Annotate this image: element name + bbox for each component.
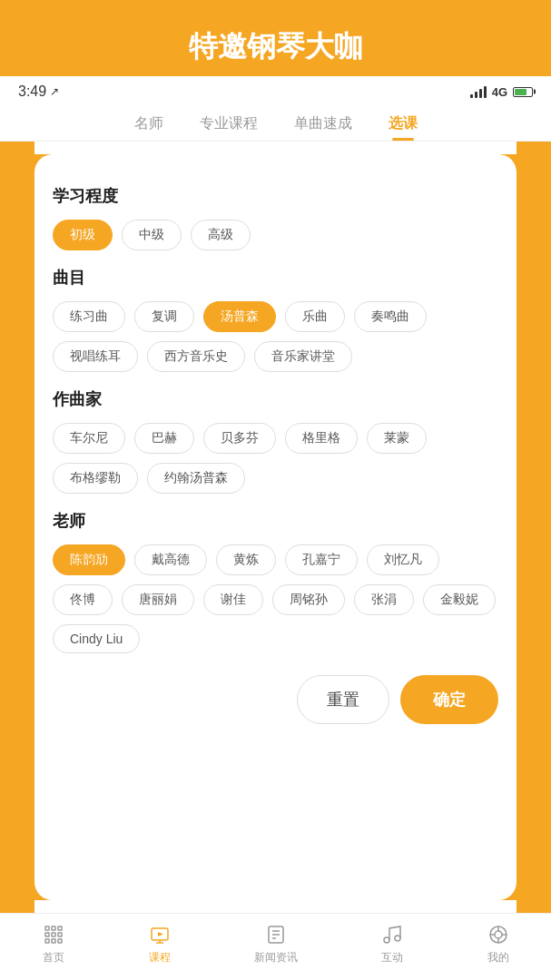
interact-icon — [380, 923, 404, 946]
chip-composer-4[interactable]: 莱蒙 — [367, 423, 427, 454]
reset-button[interactable]: 重置 — [297, 675, 389, 724]
chip-teacher-10[interactable]: 金毅妮 — [423, 584, 496, 615]
music-chips: 练习曲 复调 汤普森 乐曲 奏鸣曲 视唱练耳 西方音乐史 音乐家讲堂 — [53, 301, 498, 372]
chip-music-0[interactable]: 练习曲 — [53, 301, 125, 332]
course-icon — [148, 923, 172, 946]
teacher-section: 老师 陈韵劢 戴高德 黄炼 孔嘉宁 刘忆凡 佟博 唐丽娟 谢佳 周铭孙 张涓 金… — [53, 510, 498, 653]
interact-label: 互动 — [381, 950, 403, 965]
action-row: 重置 确定 — [53, 675, 498, 733]
tab-single-song[interactable]: 单曲速成 — [276, 107, 370, 141]
level-chips: 初级 中级 高级 — [53, 220, 498, 250]
svg-rect-4 — [52, 939, 55, 943]
bottom-nav-news[interactable]: 新闻资讯 — [254, 923, 298, 965]
composer-section-title: 作曲家 — [53, 388, 498, 410]
chip-composer-3[interactable]: 格里格 — [285, 423, 358, 454]
chip-level-1[interactable]: 中级 — [122, 220, 182, 250]
tab-famous-teacher[interactable]: 名师 — [116, 107, 182, 141]
music-section: 曲目 练习曲 复调 汤普森 乐曲 奏鸣曲 视唱练耳 西方音乐史 音乐家讲堂 — [53, 267, 498, 372]
battery-icon — [513, 87, 533, 97]
composer-chips: 车尔尼 巴赫 贝多芬 格里格 莱蒙 布格缪勒 约翰汤普森 — [53, 423, 498, 494]
home-icon — [42, 923, 65, 946]
chip-teacher-4[interactable]: 刘忆凡 — [367, 544, 439, 575]
chip-music-5[interactable]: 视唱练耳 — [53, 341, 138, 372]
chip-teacher-9[interactable]: 张涓 — [354, 584, 414, 615]
chip-teacher-7[interactable]: 谢佳 — [203, 584, 263, 615]
svg-marker-10 — [158, 932, 163, 936]
level-section-title: 学习程度 — [53, 185, 498, 207]
chip-teacher-3[interactable]: 孔嘉宁 — [285, 544, 358, 575]
mine-icon — [487, 923, 510, 946]
bottom-nav-home[interactable]: 首页 — [42, 923, 65, 965]
status-time: 3:49 ↗ — [18, 83, 59, 100]
tab-professional[interactable]: 专业课程 — [182, 107, 276, 141]
svg-rect-3 — [45, 939, 49, 943]
bottom-nav-mine[interactable]: 我的 — [487, 923, 510, 965]
tab-select-course[interactable]: 选课 — [370, 107, 436, 141]
svg-rect-2 — [58, 933, 62, 936]
confirm-button[interactable]: 确定 — [400, 675, 498, 724]
svg-point-18 — [395, 936, 400, 941]
page-title-area: 特邀钢琴大咖 — [0, 0, 551, 76]
svg-rect-1 — [52, 933, 55, 936]
chip-composer-1[interactable]: 巴赫 — [134, 423, 194, 454]
bottom-nav: 首页 课程 新闻资讯 — [0, 913, 551, 980]
chip-teacher-6[interactable]: 唐丽娟 — [122, 584, 194, 615]
mine-label: 我的 — [487, 950, 509, 965]
chip-music-7[interactable]: 音乐家讲堂 — [254, 341, 352, 372]
chip-music-6[interactable]: 西方音乐史 — [147, 341, 245, 372]
chip-teacher-5[interactable]: 佟博 — [53, 584, 113, 615]
chip-level-0[interactable]: 初级 — [53, 220, 113, 250]
chip-teacher-1[interactable]: 戴高德 — [134, 544, 207, 575]
chip-composer-6[interactable]: 约翰汤普森 — [147, 463, 245, 494]
svg-rect-8 — [58, 926, 62, 930]
course-label: 课程 — [149, 950, 171, 965]
filter-card: 学习程度 初级 中级 高级 曲目 练习曲 复调 汤普森 乐曲 奏鸣曲 视唱练耳 … — [34, 154, 517, 900]
page-title: 特邀钢琴大咖 — [18, 27, 533, 67]
chip-music-3[interactable]: 乐曲 — [285, 301, 345, 332]
chip-teacher-11[interactable]: Cindy Liu — [53, 624, 140, 653]
card-content: 学习程度 初级 中级 高级 曲目 练习曲 复调 汤普森 乐曲 奏鸣曲 视唱练耳 … — [34, 154, 517, 751]
status-right: 4G — [470, 85, 533, 99]
news-icon — [264, 923, 288, 946]
svg-point-20 — [495, 931, 502, 938]
svg-rect-6 — [45, 926, 49, 930]
svg-rect-7 — [52, 926, 55, 930]
chip-teacher-0[interactable]: 陈韵劢 — [53, 544, 125, 575]
svg-rect-0 — [45, 933, 49, 936]
home-label: 首页 — [43, 950, 64, 965]
chip-music-2[interactable]: 汤普森 — [203, 301, 276, 332]
teacher-chips: 陈韵劢 戴高德 黄炼 孔嘉宁 刘忆凡 佟博 唐丽娟 谢佳 周铭孙 张涓 金毅妮 … — [53, 544, 498, 653]
main-content-area: 学习程度 初级 中级 高级 曲目 练习曲 复调 汤普森 乐曲 奏鸣曲 视唱练耳 … — [0, 142, 551, 913]
composer-section: 作曲家 车尔尼 巴赫 贝多芬 格里格 莱蒙 布格缪勒 约翰汤普森 — [53, 388, 498, 494]
svg-rect-5 — [58, 939, 62, 943]
bottom-nav-interact[interactable]: 互动 — [380, 923, 404, 965]
level-section: 学习程度 初级 中级 高级 — [53, 185, 498, 250]
chip-teacher-8[interactable]: 周铭孙 — [272, 584, 345, 615]
bottom-nav-course[interactable]: 课程 — [148, 923, 172, 965]
chip-level-2[interactable]: 高级 — [191, 220, 251, 250]
chip-music-4[interactable]: 奏鸣曲 — [354, 301, 427, 332]
svg-point-17 — [384, 937, 389, 943]
teacher-section-title: 老师 — [53, 510, 498, 532]
music-section-title: 曲目 — [53, 267, 498, 289]
news-label: 新闻资讯 — [254, 950, 298, 965]
chip-teacher-2[interactable]: 黄炼 — [216, 544, 276, 575]
chip-music-1[interactable]: 复调 — [134, 301, 194, 332]
signal-icon — [470, 86, 487, 98]
chip-composer-5[interactable]: 布格缪勒 — [53, 463, 138, 494]
chip-composer-2[interactable]: 贝多芬 — [203, 423, 276, 454]
chip-composer-0[interactable]: 车尔尼 — [53, 423, 125, 454]
